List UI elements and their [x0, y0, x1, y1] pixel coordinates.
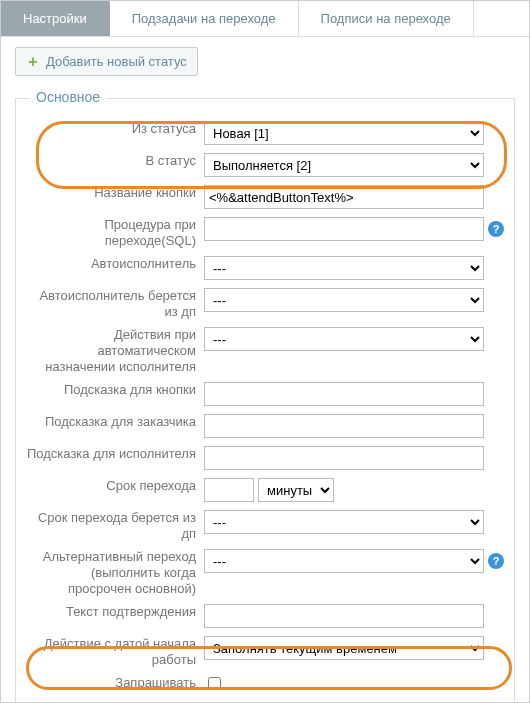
- start-date-action-select[interactable]: Заполнять текущим временем: [204, 636, 484, 660]
- exec-hint-input[interactable]: [204, 446, 484, 470]
- transition-time-unit-select[interactable]: минуты: [258, 478, 334, 502]
- add-status-button[interactable]: + Добавить новый статус: [15, 47, 198, 76]
- tab-signatures[interactable]: Подписи на переходе: [299, 1, 474, 36]
- label-auto-exec: Автоисполнитель: [26, 256, 204, 272]
- transition-time-dp-select[interactable]: ---: [204, 510, 484, 534]
- label-auto-assign-actions: Действия при автоматическом назначении и…: [26, 327, 204, 374]
- alt-transition-select[interactable]: ---: [204, 549, 484, 573]
- label-auto-exec-dp: Автоисполнитель берется из дп: [26, 288, 204, 319]
- btn-hint-input[interactable]: [204, 382, 484, 406]
- from-status-select[interactable]: Новая [1]: [204, 121, 484, 145]
- main-fieldset: Основное Из статуса Новая [1] В статус В…: [15, 98, 515, 703]
- confirm-text-input[interactable]: [204, 604, 484, 628]
- label-alt-transition: Альтернативный переход (выполнить когда …: [26, 549, 204, 596]
- add-status-label: Добавить новый статус: [46, 54, 187, 69]
- transition-time-input[interactable]: [204, 478, 254, 502]
- label-to-status: В статус: [26, 153, 204, 169]
- button-name-input[interactable]: [204, 185, 484, 209]
- help-icon[interactable]: ?: [488, 221, 504, 237]
- sql-proc-input[interactable]: [204, 217, 484, 241]
- label-ask-confirm: Запрашивать: [26, 675, 204, 691]
- tab-subtasks[interactable]: Подзадачи на переходе: [110, 1, 299, 36]
- label-confirm-text: Текст подтверждения: [26, 604, 204, 620]
- tab-settings[interactable]: Настройки: [1, 1, 110, 36]
- plus-icon: +: [26, 55, 40, 69]
- label-exec-hint: Подсказка для исполнителя: [26, 446, 204, 462]
- customer-hint-input[interactable]: [204, 414, 484, 438]
- label-sql-proc: Процедура при переходе(SQL): [26, 217, 204, 248]
- auto-assign-actions-select[interactable]: ---: [204, 327, 484, 351]
- label-transition-time: Срок перехода: [26, 478, 204, 494]
- fieldset-legend: Основное: [30, 89, 106, 105]
- auto-exec-dp-select[interactable]: ---: [204, 288, 484, 312]
- label-from-status: Из статуса: [26, 121, 204, 137]
- label-start-date-action: Действие с датой начала работы: [26, 636, 204, 667]
- label-btn-hint: Подсказка для кнопки: [26, 382, 204, 398]
- help-icon[interactable]: ?: [488, 553, 504, 569]
- to-status-select[interactable]: Выполняется [2]: [204, 153, 484, 177]
- tab-bar: Настройки Подзадачи на переходе Подписи …: [1, 1, 529, 37]
- ask-confirm-checkbox[interactable]: [208, 677, 221, 690]
- label-transition-time-dp: Срок перехода берется из дп: [26, 510, 204, 541]
- label-button-name: Название кнопки: [26, 185, 204, 201]
- auto-exec-select[interactable]: ---: [204, 256, 484, 280]
- label-customer-hint: Подсказка для заказчика: [26, 414, 204, 430]
